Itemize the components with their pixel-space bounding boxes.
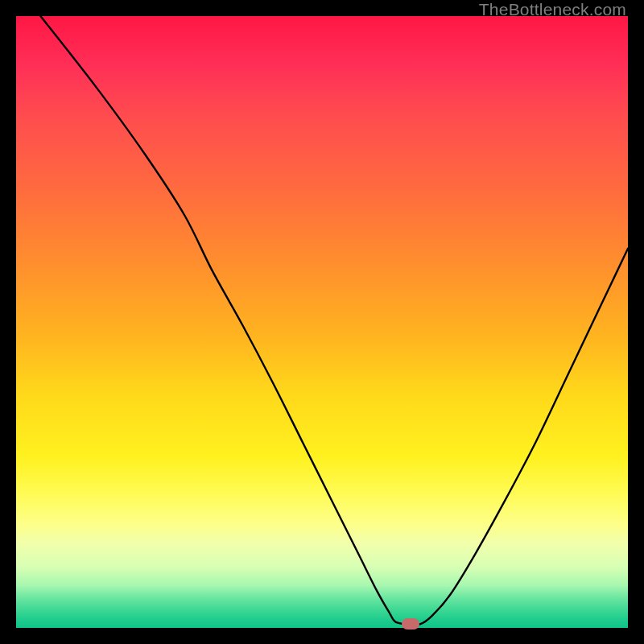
bottleneck-curve <box>40 16 628 625</box>
minimum-marker <box>402 618 419 630</box>
chart-frame: TheBottleneck.com <box>0 0 644 644</box>
plot-area <box>16 16 628 628</box>
curve-svg <box>16 16 628 628</box>
